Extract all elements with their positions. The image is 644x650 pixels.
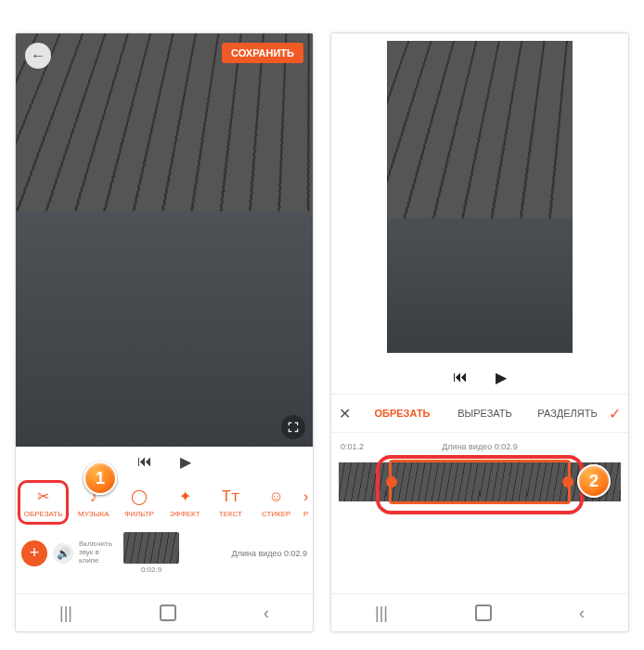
play-button[interactable]: ▶ <box>496 369 507 386</box>
tool-label: ЭФФЕКТ <box>170 510 200 518</box>
crop-preview-area: ⏮ ▶ <box>331 33 628 394</box>
tool-bar: ✂ ОБРЕЗАТЬ ♪ МУЗЫКА ◯ ФИЛЬТР ✦ ЭФФЕКТ Tᴛ… <box>16 476 313 527</box>
nav-back-button[interactable]: ‹ <box>264 604 269 623</box>
save-button[interactable]: СОХРАНИТЬ <box>222 43 303 63</box>
clip-strip: + 🔊 Включить звук в клипе 0:02.9 Длина в… <box>16 527 313 578</box>
player-controls: ⏮ ▶ <box>16 447 313 476</box>
close-button[interactable]: ✕ <box>339 405 361 422</box>
add-clip-button[interactable]: + <box>21 540 47 566</box>
trim-selection[interactable] <box>389 460 571 504</box>
clip-thumbnail[interactable] <box>123 532 179 564</box>
prev-button[interactable]: ⏮ <box>453 369 468 385</box>
nav-back-button[interactable]: ‹ <box>579 604 585 623</box>
scissors-icon: ✂ <box>37 487 49 507</box>
player-controls: ⏮ ▶ <box>331 360 628 394</box>
tool-text[interactable]: Tᴛ ТЕКСТ <box>208 487 253 518</box>
tool-label: ТЕКСТ <box>219 510 242 518</box>
system-nav-bar: ||| ‹ <box>16 593 313 631</box>
back-arrow-icon: ← <box>31 47 45 64</box>
clip-time: 0:02.9 <box>141 566 161 574</box>
trim-handle-left[interactable] <box>386 476 397 488</box>
tool-more[interactable]: › Р <box>299 487 313 518</box>
fullscreen-icon <box>287 421 300 434</box>
tool-label: МУЗЫКА <box>78 510 109 518</box>
effect-icon: ✦ <box>179 487 191 507</box>
back-button[interactable]: ← <box>25 43 51 69</box>
tool-filter[interactable]: ◯ ФИЛЬТР <box>116 487 161 518</box>
sticker-icon: ☺ <box>268 487 283 507</box>
sound-toggle-label: Включить звук в клипе <box>79 540 118 565</box>
callout-badge-2: 2 <box>577 464 611 498</box>
editor-crop-screen: ⏮ ▶ ✕ ОБРЕЗАТЬ ВЫРЕЗАТЬ РАЗДЕЛЯТЬ ✓ 0:01… <box>330 32 629 632</box>
tool-sticker[interactable]: ☺ СТИКЕР <box>253 487 299 518</box>
tab-split[interactable]: РАЗДЕЛЯТЬ <box>526 408 609 419</box>
tool-effect[interactable]: ✦ ЭФФЕКТ <box>162 487 208 518</box>
nav-home-button[interactable] <box>160 604 176 621</box>
timeline-length-label: Длина видео 0:02.9 <box>442 442 517 451</box>
tool-label: ОБРЕЗАТЬ <box>24 510 63 518</box>
tool-label: Р <box>303 510 308 518</box>
system-nav-bar: ||| ‹ <box>331 593 628 631</box>
video-preview[interactable] <box>16 33 313 447</box>
play-button[interactable]: ▶ <box>180 453 191 471</box>
prev-button[interactable]: ⏮ <box>137 453 152 470</box>
chevron-right-icon: › <box>303 487 308 507</box>
confirm-button[interactable]: ✓ <box>609 405 621 422</box>
crop-tab-bar: ✕ ОБРЕЗАТЬ ВЫРЕЗАТЬ РАЗДЕЛЯТЬ ✓ <box>331 394 628 433</box>
video-preview[interactable] <box>387 41 573 353</box>
fullscreen-button[interactable] <box>281 415 305 439</box>
tab-cut[interactable]: ВЫРЕЗАТЬ <box>444 408 526 419</box>
tool-label: ФИЛЬТР <box>124 510 154 518</box>
timeline-start-time: 0:01.2 <box>341 442 364 451</box>
editor-main-screen: ← СОХРАНИТЬ ⏮ ▶ ✂ ОБРЕЗАТЬ ♪ МУЗЫКА ◯ ФИ… <box>15 32 314 632</box>
sound-toggle-button[interactable]: 🔊 <box>53 543 73 564</box>
nav-home-button[interactable] <box>475 604 492 621</box>
video-length-label: Длина видео 0:02.9 <box>232 549 307 558</box>
tool-crop[interactable]: ✂ ОБРЕЗАТЬ <box>18 480 69 525</box>
callout-badge-1: 1 <box>84 462 117 495</box>
tab-crop[interactable]: ОБРЕЗАТЬ <box>361 408 444 419</box>
filter-icon: ◯ <box>131 487 148 507</box>
tool-label: СТИКЕР <box>262 510 290 518</box>
nav-recent-button[interactable]: ||| <box>59 604 72 623</box>
video-preview-area: ← СОХРАНИТЬ <box>16 33 313 447</box>
trim-handle-right[interactable] <box>562 476 573 488</box>
text-icon: Tᴛ <box>222 487 239 507</box>
nav-recent-button[interactable]: ||| <box>375 604 388 623</box>
